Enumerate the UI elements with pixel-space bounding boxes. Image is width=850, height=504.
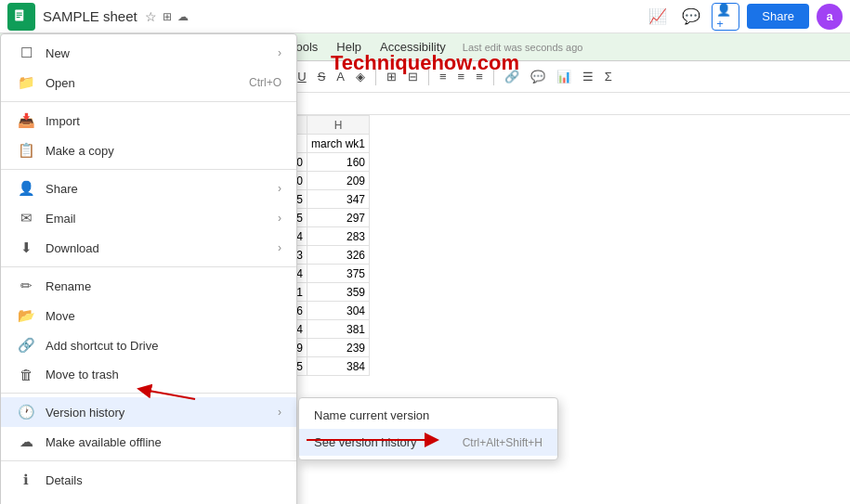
menu-item-import[interactable]: 📥 Import <box>1 106 296 136</box>
divider-5 <box>1 460 296 461</box>
menu-item-offline[interactable]: ☁ Make available offline <box>1 427 296 457</box>
menu-item-shortcut[interactable]: 🔗 Add shortcut to Drive <box>1 330 296 360</box>
open-icon: 📁 <box>16 74 36 91</box>
menu-item-move[interactable]: 📂 Move <box>1 301 296 330</box>
offline-icon: ☁ <box>16 433 36 450</box>
watermark: Techniquehow.com <box>331 51 519 75</box>
download-icon: ⬇ <box>16 239 36 256</box>
submenu-item-name-version[interactable]: Name current version <box>299 402 557 429</box>
menu-item-details[interactable]: ℹ Details <box>1 465 296 495</box>
grid-icon[interactable]: ⊞ <box>163 10 172 23</box>
move-icon: 📂 <box>16 307 36 324</box>
menu-item-trash[interactable]: 🗑 Move to trash <box>1 360 296 389</box>
top-right-actions: 📈 💬 👤+ Share a <box>645 3 843 31</box>
menu-item-version[interactable]: 🕐 Version history › Name current version… <box>1 397 296 427</box>
strikethrough-btn[interactable]: S <box>313 68 331 85</box>
new-icon: ☐ <box>16 45 36 61</box>
svg-rect-3 <box>17 17 20 18</box>
menu-item-make-copy[interactable]: 📋 Make a copy <box>1 136 296 165</box>
share-button[interactable]: Share <box>747 4 809 29</box>
email-icon: ✉ <box>16 210 36 226</box>
menu-item-email[interactable]: ✉ Email › <box>1 203 296 233</box>
shortcut-icon: 🔗 <box>16 337 36 354</box>
col-header-h[interactable]: H <box>307 116 370 135</box>
avatar[interactable]: a <box>817 4 843 30</box>
sheets-logo <box>7 3 35 31</box>
import-icon: 📥 <box>16 112 36 129</box>
version-history-submenu: Name current version See version history… <box>298 397 558 460</box>
title-icons: ☆ ⊞ ☁ <box>145 9 189 24</box>
top-bar: SAMPLE sheet ☆ ⊞ ☁ Techniquehow.com 📈 💬 … <box>0 0 850 33</box>
copy-icon: 📋 <box>16 142 36 159</box>
star-icon[interactable]: ☆ <box>145 9 157 24</box>
divider-4 <box>1 393 296 394</box>
details-icon: ℹ <box>16 472 36 488</box>
menu-item-new[interactable]: ☐ New › <box>1 38 296 68</box>
cell-h1[interactable]: march wk1 <box>307 135 370 153</box>
menu-item-share[interactable]: 👤 Share › <box>1 174 296 203</box>
document-title: SAMPLE sheet <box>43 8 137 24</box>
cloud-icon[interactable]: ☁ <box>177 10 189 23</box>
filter-btn[interactable]: ☰ <box>578 68 598 85</box>
svg-rect-1 <box>17 12 22 13</box>
divider-3 <box>1 266 296 267</box>
divider-2 <box>1 169 296 170</box>
share-icon: 👤 <box>16 180 36 197</box>
rename-icon: ✏ <box>16 278 36 294</box>
comment-btn[interactable]: 💬 <box>526 68 550 85</box>
chart-insert-btn[interactable]: 📊 <box>552 68 576 85</box>
trash-icon: 🗑 <box>16 367 36 382</box>
add-user-icon[interactable]: 👤+ <box>713 4 739 30</box>
comments-icon[interactable]: 💬 <box>678 4 704 30</box>
menu-item-open[interactable]: 📁 Open Ctrl+O <box>1 68 296 97</box>
menu-item-rename[interactable]: ✏ Rename <box>1 271 296 301</box>
menu-item-download[interactable]: ⬇ Download › <box>1 233 296 263</box>
svg-rect-2 <box>17 14 22 15</box>
submenu-item-see-history[interactable]: See version history Ctrl+Alt+Shift+H <box>299 429 557 456</box>
version-icon: 🕐 <box>16 404 36 420</box>
function-btn[interactable]: Σ <box>600 68 617 85</box>
file-menu-dropdown: ☐ New › 📁 Open Ctrl+O 📥 Import 📋 Make a … <box>0 33 297 504</box>
chart-icon[interactable]: 📈 <box>645 4 671 30</box>
menu-item-settings[interactable]: ⚙ Settings <box>1 495 296 504</box>
divider-1 <box>1 101 296 102</box>
